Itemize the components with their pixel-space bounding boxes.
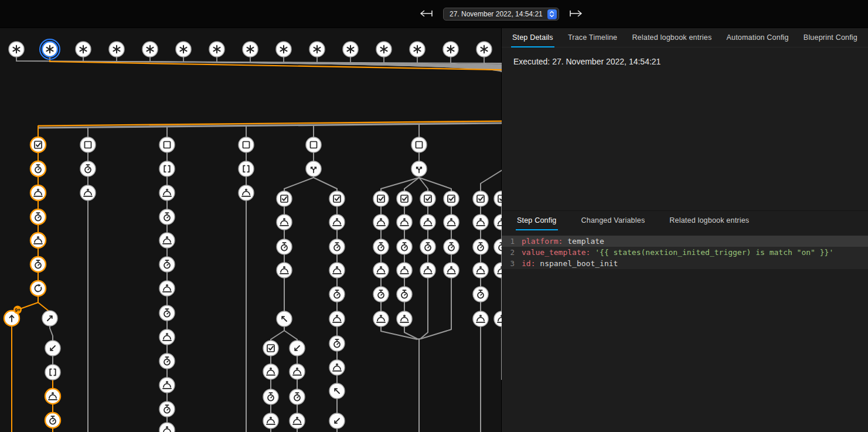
trace-node-checkbox[interactable] bbox=[494, 191, 502, 206]
trace-node-bell[interactable] bbox=[397, 263, 412, 278]
trace-node-bell[interactable] bbox=[329, 360, 345, 375]
tab-blueprint-config[interactable]: Blueprint Config bbox=[802, 28, 859, 47]
trace-node-bell[interactable] bbox=[444, 215, 459, 230]
trace-node-asterisk[interactable] bbox=[343, 42, 358, 57]
trace-graph-canvas[interactable]: 9+ bbox=[0, 28, 502, 432]
trace-node-timer[interactable] bbox=[159, 402, 175, 417]
trace-node-bell[interactable] bbox=[159, 281, 175, 296]
trace-node-asterisk[interactable] bbox=[209, 42, 224, 57]
trace-node-asterisk[interactable] bbox=[109, 42, 124, 57]
trace-node-refresh[interactable] bbox=[30, 281, 46, 296]
trace-node-asterisk[interactable] bbox=[309, 42, 325, 57]
trace-node-asterisk[interactable] bbox=[40, 39, 60, 59]
trace-node-asterisk[interactable] bbox=[276, 42, 291, 57]
trace-node-asterisk[interactable] bbox=[243, 42, 258, 57]
trace-node-timer[interactable] bbox=[277, 239, 292, 254]
trace-node-split[interactable] bbox=[306, 161, 321, 176]
next-trace-button[interactable] bbox=[566, 7, 585, 22]
trace-node-bell[interactable] bbox=[30, 185, 46, 200]
trace-node-bell[interactable] bbox=[373, 263, 389, 278]
trace-node-bell[interactable] bbox=[277, 263, 292, 278]
trace-node-bell[interactable] bbox=[30, 233, 46, 248]
trace-node-bell[interactable] bbox=[263, 364, 278, 379]
trace-node-split[interactable] bbox=[411, 161, 427, 176]
trace-node-bell[interactable] bbox=[373, 215, 389, 230]
trace-node-bell[interactable] bbox=[373, 311, 389, 326]
tab-trace-timeline[interactable]: Trace Timeline bbox=[567, 28, 618, 47]
trace-node-square[interactable] bbox=[80, 137, 96, 152]
trace-node-checkbox[interactable] bbox=[373, 191, 389, 206]
trace-node-asterisk[interactable] bbox=[443, 42, 458, 57]
trace-node-asterisk[interactable] bbox=[142, 42, 158, 57]
trace-node-bell[interactable] bbox=[329, 263, 345, 278]
trace-node-bell[interactable] bbox=[45, 389, 60, 404]
previous-trace-button[interactable] bbox=[417, 7, 436, 22]
trace-node-asterisk[interactable] bbox=[9, 42, 24, 57]
trace-node-arrow-sw[interactable] bbox=[290, 341, 305, 356]
tab-related-logbook-entries[interactable]: Related logbook entries bbox=[631, 28, 713, 47]
subtab-changed-variables[interactable]: Changed Variables bbox=[580, 211, 646, 230]
subtab-related-logbook-entries[interactable]: Related logbook entries bbox=[668, 211, 750, 230]
trace-node-checkbox[interactable] bbox=[277, 191, 292, 206]
trace-node-timer[interactable] bbox=[473, 239, 488, 254]
trace-node-timer[interactable] bbox=[397, 239, 412, 254]
trace-node-checkbox[interactable] bbox=[420, 191, 435, 206]
trace-node-timer[interactable] bbox=[159, 209, 175, 224]
trace-node-asterisk[interactable] bbox=[410, 42, 425, 57]
trace-node-bell[interactable] bbox=[420, 263, 435, 278]
trace-node-bell[interactable] bbox=[473, 215, 488, 230]
trace-node-asterisk[interactable] bbox=[376, 42, 392, 57]
trace-node-checkbox[interactable] bbox=[397, 191, 412, 206]
trace-node-bell[interactable] bbox=[397, 311, 412, 326]
trace-node-timer[interactable] bbox=[159, 353, 175, 369]
trace-node-bell[interactable] bbox=[159, 233, 175, 248]
trace-node-timer[interactable] bbox=[329, 239, 345, 254]
trace-node-square[interactable] bbox=[411, 137, 427, 152]
trace-node-timer[interactable] bbox=[444, 239, 459, 254]
trace-node-timer[interactable] bbox=[329, 287, 345, 302]
trace-node-bell[interactable] bbox=[494, 263, 502, 278]
trace-node-checkbox[interactable] bbox=[30, 137, 46, 152]
trace-node-bell[interactable] bbox=[397, 215, 412, 230]
trace-node-bell[interactable] bbox=[420, 215, 435, 230]
trace-node-bell[interactable] bbox=[159, 185, 175, 200]
trace-node-square[interactable] bbox=[239, 137, 254, 152]
trace-node-square[interactable] bbox=[306, 137, 321, 152]
trace-node-timer[interactable] bbox=[30, 161, 46, 176]
trace-node-bell[interactable] bbox=[473, 311, 488, 326]
trace-node-bell[interactable] bbox=[329, 311, 345, 326]
trace-node-bell[interactable] bbox=[290, 364, 305, 379]
trace-node-asterisk[interactable] bbox=[476, 42, 492, 57]
trace-node-timer[interactable] bbox=[473, 287, 488, 302]
trace-node-brackets[interactable] bbox=[45, 365, 60, 380]
trace-node-asterisk[interactable] bbox=[176, 42, 191, 57]
trace-node-timer[interactable] bbox=[80, 161, 96, 176]
trace-node-timer[interactable] bbox=[373, 239, 389, 254]
trace-node-checkbox[interactable] bbox=[329, 191, 345, 206]
trace-node-checkbox[interactable] bbox=[473, 191, 488, 206]
trace-node-bell[interactable] bbox=[263, 413, 278, 428]
trace-node-timer[interactable] bbox=[397, 287, 412, 302]
trace-node-bell[interactable] bbox=[473, 263, 488, 278]
trace-node-timer[interactable] bbox=[494, 239, 502, 254]
trace-node-timer[interactable] bbox=[373, 287, 389, 302]
trace-node-arrow-nw[interactable] bbox=[329, 383, 345, 399]
trace-node-bell[interactable] bbox=[80, 185, 96, 200]
trace-node-bell[interactable] bbox=[444, 263, 459, 278]
trace-node-bell[interactable] bbox=[329, 215, 345, 230]
trace-node-arrow-sw[interactable] bbox=[45, 341, 60, 356]
trace-node-bell[interactable] bbox=[239, 185, 254, 200]
trace-node-timer[interactable] bbox=[45, 413, 60, 428]
trace-picker-select[interactable]: 27. November 2022, 14:54:21 bbox=[443, 8, 559, 21]
trace-node-checkbox[interactable] bbox=[263, 341, 278, 356]
trace-node-bell[interactable] bbox=[494, 311, 502, 326]
trace-node-timer[interactable] bbox=[420, 239, 435, 254]
step-config-code[interactable]: 1platform: template2value_template: '{{ … bbox=[502, 236, 868, 269]
trace-node-timer[interactable] bbox=[30, 257, 46, 272]
trace-node-timer[interactable] bbox=[159, 305, 175, 321]
trace-node-timer[interactable] bbox=[30, 209, 46, 224]
trace-node-brackets[interactable] bbox=[239, 161, 254, 176]
trace-node-timer[interactable] bbox=[290, 389, 305, 404]
trace-node-checkbox[interactable] bbox=[444, 191, 459, 206]
trace-node-bell[interactable] bbox=[159, 377, 175, 393]
